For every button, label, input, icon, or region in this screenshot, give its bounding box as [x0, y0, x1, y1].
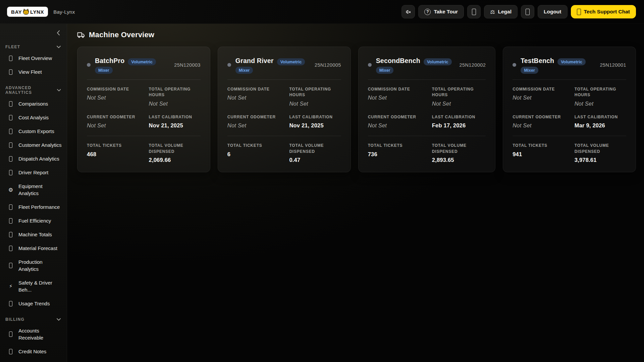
- placeholder-box-icon: [7, 231, 14, 238]
- placeholder-box-icon: [7, 142, 14, 148]
- sidebar-item-label: Comparisons: [18, 100, 48, 107]
- sidebar-item-label: Customer Analytics: [18, 141, 61, 148]
- sidebar-item-fleet-overview[interactable]: Fleet Overview: [0, 51, 67, 65]
- status-dot-icon: [87, 63, 91, 67]
- gear-icon: ⚙: [7, 186, 14, 193]
- commission-date-label: COMMISSION DATE: [368, 86, 426, 92]
- scales-icon: ⚖: [490, 9, 495, 15]
- machine-name: BatchPro: [95, 57, 124, 64]
- sidebar-item-fuel-efficiency[interactable]: Fuel Efficiency: [0, 214, 67, 228]
- machine-card-batchpro[interactable]: BatchProVolumetric Mixer 25N120003 COMMI…: [77, 47, 210, 172]
- status-dot-icon: [368, 63, 372, 67]
- sidebar-item-label: Fleet Overview: [18, 55, 52, 62]
- sidebar-item-custom-exports[interactable]: Custom Exports: [0, 124, 67, 138]
- sidebar-item-dispatch-analytics[interactable]: Dispatch Analytics: [0, 152, 67, 166]
- sidebar-item-cost-analysis[interactable]: Cost Analysis: [0, 111, 67, 124]
- sidebar-section-header[interactable]: FLEET: [0, 43, 67, 51]
- sidebar-section-label-advanced-analytics: ADVANCED ANALYTICS: [5, 85, 57, 95]
- sidebar-item-usage-trends[interactable]: Usage Trends: [0, 297, 67, 310]
- sidebar-item-fleet-performance[interactable]: Fleet Performance: [0, 200, 67, 214]
- app-name: Bay-Lynx: [53, 9, 75, 15]
- logout-button[interactable]: Logout: [538, 5, 568, 18]
- sidebar-section-header[interactable]: ADVANCED ANALYTICS: [0, 83, 67, 97]
- placeholder-box-icon: [7, 101, 14, 107]
- sidebar-section: FLEET Fleet Overview View Fleet: [0, 43, 67, 79]
- total-operating-hours-label: TOTAL OPERATING HOURS: [432, 86, 486, 98]
- unknown-icon-button-2[interactable]: [521, 5, 534, 18]
- placeholder-box-icon: [472, 9, 476, 15]
- machine-name: SecondBench: [376, 57, 420, 64]
- logo-text-right: LYNX: [30, 9, 44, 15]
- brand-logo[interactable]: BAY LYNX: [7, 7, 48, 17]
- card-divider: [513, 136, 626, 136]
- take-tour-button[interactable]: ? Take Tour: [418, 5, 464, 18]
- card-divider: [368, 136, 486, 136]
- last-calibration-value: Mar 9, 2026: [575, 122, 626, 129]
- sidebar-section: BILLING Accounts Receivable Credit Notes…: [0, 315, 67, 362]
- sidebar-item-equipment-analytics[interactable]: ⚙ Equipment Analytics: [0, 179, 67, 200]
- chevron-down-icon: [57, 89, 61, 92]
- placeholder-box-icon: [7, 69, 14, 75]
- sidebar-item-label: Material Forecast: [18, 245, 57, 252]
- commission-date-label: COMMISSION DATE: [87, 86, 143, 92]
- sidebar-item-safety-driver-beh[interactable]: ⚡ Safety & Driver Beh...: [0, 276, 67, 297]
- sidebar-section-header[interactable]: BILLING: [0, 315, 67, 324]
- total-operating-hours-value: Not Set: [289, 101, 341, 107]
- sidebar-item-label: Driver Report: [18, 169, 48, 176]
- sidebar-item-comparisons[interactable]: Comparisons: [0, 97, 67, 111]
- sidebar-item-machine-totals[interactable]: Machine Totals: [0, 228, 67, 241]
- total-operating-hours-label: TOTAL OPERATING HOURS: [149, 86, 201, 98]
- machine-card-secondbench[interactable]: SecondBenchVolumetric Mixer 25N120002 CO…: [358, 47, 496, 172]
- placeholder-box-icon: [7, 169, 14, 176]
- machine-card-testbench[interactable]: TestBenchVolumetric Mixer 25N120001 COMM…: [503, 47, 636, 172]
- page-header: Machine Overview: [77, 31, 636, 39]
- placeholder-box-icon: [7, 300, 14, 307]
- sidebar-item-label: Fuel Efficiency: [18, 217, 51, 224]
- total-operating-hours-value: Not Set: [432, 101, 486, 107]
- sidebar-item-label: Cost Analysis: [18, 114, 49, 121]
- placeholder-box-icon: [7, 262, 14, 269]
- sidebar-item-financial-summary[interactable]: Financial Summary: [0, 358, 67, 362]
- placeholder-box-icon: [7, 128, 14, 135]
- machine-serial: 25N120003: [174, 62, 201, 68]
- commission-date-value: Not Set: [368, 95, 426, 101]
- sidebar-item-accounts-receivable[interactable]: Accounts Receivable: [0, 324, 67, 345]
- commission-date-value: Not Set: [87, 95, 143, 101]
- sidebar-item-material-forecast[interactable]: Material Forecast: [0, 241, 67, 255]
- total-volume-dispensed-label: TOTAL VOLUME DISPENSED: [575, 143, 626, 155]
- sidebar-item-label: Accounts Receivable: [18, 327, 62, 341]
- unknown-icon-button-1[interactable]: [467, 5, 481, 18]
- current-odometer-label: CURRENT ODOMETER: [227, 114, 283, 120]
- question-circle-icon: ?: [424, 9, 431, 15]
- sidebar-item-production-analytics[interactable]: Production Analytics: [0, 255, 67, 276]
- total-tickets-value: 6: [227, 151, 283, 158]
- total-operating-hours-value: Not Set: [149, 101, 201, 107]
- card-divider: [87, 136, 201, 136]
- main-content: Machine Overview BatchProVolumetric Mixe…: [67, 24, 644, 362]
- placeholder-box-icon: [7, 245, 14, 252]
- placeholder-box-icon: [7, 218, 14, 224]
- machine-card-grand-river[interactable]: Grand RiverVolumetric Mixer 25N120005 CO…: [218, 47, 351, 172]
- sidebar-item-credit-notes[interactable]: Credit Notes: [0, 345, 67, 358]
- sidebar-collapse-button[interactable]: [57, 30, 60, 36]
- sidebar-item-customer-analytics[interactable]: Customer Analytics: [0, 138, 67, 152]
- total-operating-hours-value: Not Set: [575, 101, 626, 107]
- total-tickets-label: TOTAL TICKETS: [227, 143, 283, 148]
- last-calibration-label: LAST CALIBRATION: [432, 114, 486, 120]
- total-tickets-value: 468: [87, 151, 143, 158]
- sidebar-item-label: Machine Totals: [18, 231, 52, 238]
- current-odometer-label: CURRENT ODOMETER: [513, 114, 569, 120]
- legal-button[interactable]: ⚖ Legal: [484, 5, 518, 18]
- total-tickets-label: TOTAL TICKETS: [87, 143, 143, 148]
- card-divider: [227, 136, 341, 136]
- placeholder-box-icon: [526, 9, 530, 15]
- sidebar-item-view-fleet[interactable]: View Fleet: [0, 65, 67, 79]
- commission-date-value: Not Set: [227, 95, 283, 101]
- machine-serial: 25N120005: [315, 62, 341, 68]
- current-odometer-value: Not Set: [227, 122, 283, 129]
- mute-button[interactable]: [401, 5, 415, 18]
- tech-support-chat-button[interactable]: Tech Support Chat: [571, 5, 636, 18]
- sidebar-item-driver-report[interactable]: Driver Report: [0, 166, 67, 179]
- last-calibration-value: Nov 21, 2025: [149, 122, 201, 129]
- current-odometer-label: CURRENT ODOMETER: [87, 114, 143, 120]
